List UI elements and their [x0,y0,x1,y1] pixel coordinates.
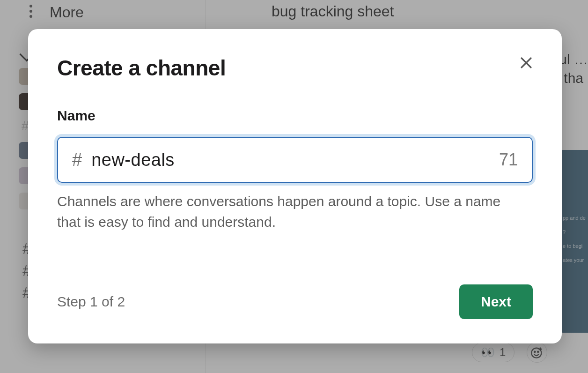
close-icon [518,55,534,71]
step-indicator: Step 1 of 2 [57,294,125,310]
hash-icon: # [72,150,82,170]
close-button[interactable] [514,51,538,75]
channel-name-field-wrap[interactable]: # 71 [57,137,533,183]
next-button[interactable]: Next [459,284,533,319]
name-help-text: Channels are where conversations happen … [57,191,516,232]
modal-title: Create a channel [57,55,533,81]
channel-name-input[interactable] [91,150,499,170]
create-channel-modal: Create a channel Name # 71 Channels are … [28,29,562,343]
name-label: Name [57,108,533,124]
char-remaining: 71 [499,150,518,170]
modal-footer: Step 1 of 2 Next [57,284,533,319]
